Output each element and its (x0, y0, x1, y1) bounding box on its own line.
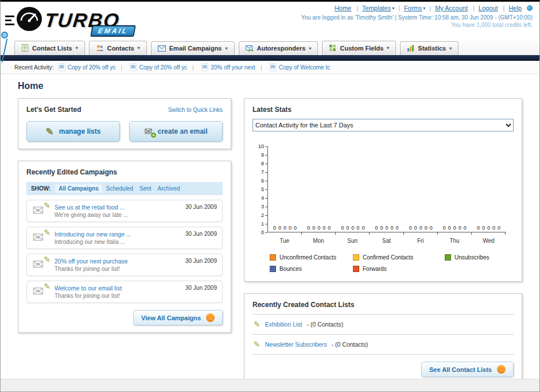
header-link[interactable]: Templates (362, 5, 391, 11)
legend-item: Unsubscribes (445, 254, 514, 261)
latest-stats-title: Latest Stats (252, 106, 514, 114)
pencil-icon: ✎ (46, 127, 54, 137)
manage-lists-button[interactable]: ✎ manage lists (26, 121, 120, 142)
turbo-email-logo[interactable]: TURBO EMAIL (5, 4, 135, 36)
legend-swatch (445, 254, 451, 261)
legend-swatch (353, 254, 359, 261)
left-column: Let's Get Started Switch to Quick Links … (18, 98, 231, 333)
create-email-label: create an email (158, 127, 208, 135)
campaign-filter-tab[interactable]: Scheduled (106, 185, 133, 192)
tab-autoresponders[interactable]: Autoresponders ▾ (239, 41, 318, 55)
envelope-icon: ✉ (58, 63, 65, 71)
campaign-date: 30 Jun 2009 (185, 231, 217, 237)
campaign-list-item[interactable]: ✉✎ Introducing our new range ... Introdu… (26, 227, 223, 249)
main-navigation: Contact Lists ▾ Contacts ▾ Email Campaig… (1, 38, 539, 55)
footer (1, 379, 539, 391)
campaign-title-link[interactable]: Introducing our new range ... (55, 231, 181, 238)
view-all-campaigns-button[interactable]: View All Campaigns → (133, 310, 223, 325)
chart-y-tick: 6 (261, 178, 267, 184)
header-link[interactable]: My Account (435, 5, 468, 11)
recent-activity-item[interactable]: ✉ Copy of Welcome tc (255, 63, 330, 71)
recent-activity-bar: Recent Activity: ✉ Copy of 20% off yc ✉ … (1, 61, 539, 74)
campaign-list-item[interactable]: ✉✎ 20% off your next purchase Thanks for… (26, 254, 223, 276)
tab-label: Email Campaigns (169, 45, 222, 52)
header-link[interactable]: Help (508, 5, 522, 11)
credits-info: You have 1,000 total credits left. (301, 22, 533, 28)
chart-y-tick: 2 (261, 212, 267, 218)
campaign-list-item[interactable]: ✉✎ See us at the retail food ... We're g… (26, 200, 223, 222)
campaign-filter-tab[interactable]: Sent (139, 185, 151, 192)
recent-activity-item[interactable]: ✉ 20% off your next (187, 63, 255, 71)
campaign-filter-strip: SHOW: All CampaignsScheduledSentArchived (26, 182, 223, 195)
campaign-subtitle: Thanks for joining our list! (55, 293, 181, 299)
contact-list-link[interactable]: Newsletter Subscribers (265, 341, 327, 348)
create-email-button[interactable]: ✉+ create an email (129, 121, 223, 142)
switch-quick-links-link[interactable]: Switch to Quick Links (168, 107, 223, 113)
contact-count: - (0 Contacts) (332, 341, 368, 348)
chevron-down-icon: ▾ (309, 46, 311, 51)
campaign-subtitle: Introducing our new Italia ... (55, 239, 181, 245)
contact-lists-title: Recently Created Contact Lists (252, 301, 514, 315)
logo-speed-lines (5, 15, 14, 25)
chart-day-values: 00000 (370, 225, 403, 231)
chart-day-values: 00000 (336, 225, 370, 231)
campaigns-title: Recently Edited Campaigns (26, 168, 223, 176)
tab-statistics[interactable]: Statistics ▾ (400, 41, 459, 55)
manage-lists-label: manage lists (59, 127, 101, 135)
contact-list-item[interactable]: ✎ Exhibition List - (0 Contacts) (252, 315, 514, 335)
header-link[interactable]: Home (335, 5, 351, 11)
main-content: Home Let's Get Started Switch to Quick L… (1, 74, 539, 385)
tab-label: Statistics (418, 45, 446, 52)
chart-x-axis: TueMonSunSatFriThuWed (267, 232, 506, 244)
contact-list-item[interactable]: ✎ Newsletter Subscribers - (0 Contacts) (252, 335, 514, 355)
tab-label: Contacts (107, 45, 134, 52)
latest-stats-panel: Latest Stats Contact Activity for the La… (244, 98, 522, 282)
recent-activity-link[interactable]: Copy of 20% off yc (139, 64, 188, 71)
recent-activity-item[interactable]: ✉ Copy of 20% off yc (116, 63, 188, 71)
chevron-down-icon: ▾ (76, 45, 78, 51)
campaign-filter-tab[interactable]: Archived (158, 185, 180, 192)
chart-day-values: 00000 (472, 225, 506, 231)
email-edit-icon: ✉✎ (32, 204, 50, 218)
arrow-right-icon: → (497, 365, 506, 374)
campaign-list-item[interactable]: ✉✎ Welcome to our email list Thanks for … (26, 281, 223, 303)
arrow-right-icon: → (206, 313, 215, 322)
chart-x-label: Fri (403, 232, 437, 244)
tab-contact-lists[interactable]: Contact Lists ▾ (14, 41, 85, 55)
help-status-dot[interactable] (527, 5, 533, 11)
page-title: Home (18, 81, 522, 91)
nav-divider-bar (1, 55, 539, 61)
chart-day-values: 00000 (268, 225, 302, 231)
legend-item: Unconfirmed Contacts (270, 254, 353, 261)
recent-activity-link[interactable]: Copy of 20% off yc (68, 64, 116, 71)
tab-custom-fields[interactable]: Custom Fields ▾ (322, 41, 396, 55)
chart-y-tick: 4 (261, 195, 267, 201)
recent-activity-item[interactable]: ✉ Copy of 20% off yc (58, 63, 115, 71)
campaign-filter-tab[interactable]: All Campaigns (55, 184, 102, 193)
chevron-down-icon: ▾ (225, 46, 227, 51)
campaign-date: 30 Jun 2009 (185, 204, 217, 210)
campaign-date: 30 Jun 2009 (185, 258, 217, 264)
chart-y-tick: 5 (261, 187, 267, 192)
campaign-title-link[interactable]: See us at the retail food ... (55, 204, 181, 211)
stats-period-select[interactable]: Contact Activity for the Last 7 Days (252, 119, 514, 131)
recent-activity-link[interactable]: Copy of Welcome tc (279, 64, 330, 71)
legend-swatch (270, 254, 276, 261)
tab-label: Autoresponders (257, 45, 306, 52)
header-link[interactable]: Logout (479, 5, 498, 11)
campaign-title-link[interactable]: Welcome to our email list (55, 285, 181, 292)
email-campaigns-icon (158, 45, 166, 52)
recent-activity-link[interactable]: 20% off your next (211, 64, 255, 71)
legend-item: Confirmed Contacts (353, 254, 445, 261)
tab-contacts[interactable]: Contacts ▾ (89, 41, 147, 55)
header-link[interactable]: Forms (404, 5, 422, 11)
see-all-contact-lists-button[interactable]: See All Contact Lists → (421, 362, 514, 377)
tab-label: Custom Fields (340, 45, 383, 52)
turboemail-dashboard: TURBO EMAIL Home Templates▾ (0, 0, 540, 392)
tab-email-campaigns[interactable]: Email Campaigns ▾ (151, 41, 235, 55)
email-edit-icon: ✉✎ (32, 258, 50, 271)
chevron-down-icon: ▾ (138, 45, 140, 51)
campaign-title-link[interactable]: 20% off your next purchase (55, 258, 181, 265)
chart-x-label: Wed (472, 232, 506, 244)
contact-list-link[interactable]: Exhibition List (265, 321, 302, 328)
